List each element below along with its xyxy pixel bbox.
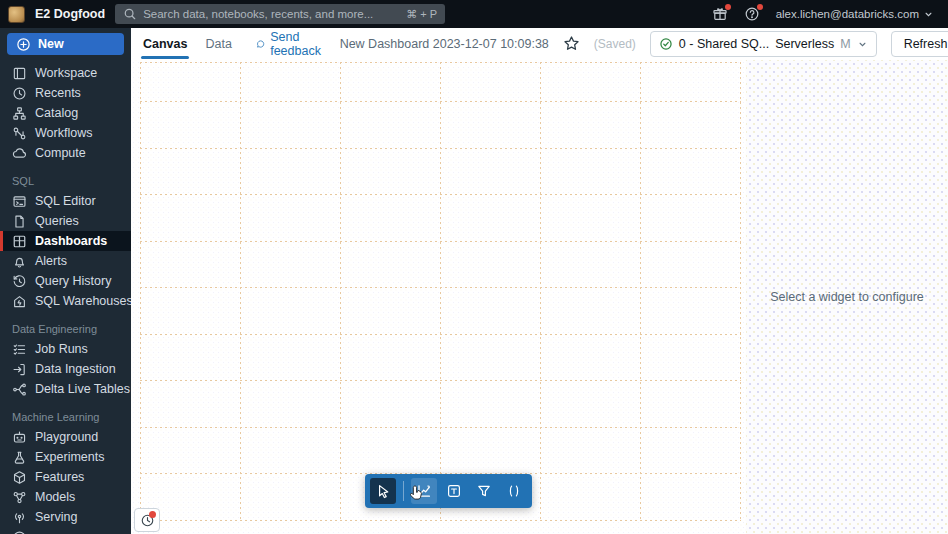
toolbar-divider: [403, 481, 404, 501]
new-button-label: New: [38, 37, 64, 51]
sidebar-item-partial[interactable]: [0, 527, 131, 534]
sidebar-item-features[interactable]: Features: [0, 467, 131, 487]
version-history-button[interactable]: [134, 508, 160, 532]
search-icon: [123, 7, 137, 21]
sidebar-item-queries[interactable]: Queries: [0, 211, 131, 231]
partial-item-icon: [12, 530, 27, 534]
user-email: alex.lichen@databricks.com: [776, 8, 919, 20]
warehouse-mode-badge: Serverless: [775, 37, 834, 51]
catalog-icon: [12, 106, 27, 121]
add-filter-tool-button[interactable]: [471, 478, 497, 504]
queries-icon: [12, 214, 27, 229]
filter-funnel-icon: [476, 483, 492, 499]
features-icon: [12, 470, 27, 485]
chevron-down-icon: [857, 39, 868, 50]
sidebar-item-data-ingestion[interactable]: Data Ingestion: [0, 359, 131, 379]
sidebar-item-job-runs[interactable]: Job Runs: [0, 339, 131, 359]
sql-warehouses-icon: [12, 294, 27, 309]
sidebar-item-query-history[interactable]: Query History: [0, 271, 131, 291]
tab-canvas[interactable]: Canvas: [141, 28, 189, 60]
sidebar-item-serving[interactable]: Serving: [0, 507, 131, 527]
warehouse-name: 0 - Shared SQ...: [679, 37, 769, 51]
save-status: (Saved): [594, 37, 636, 51]
line-chart-icon: [416, 483, 432, 499]
workflows-icon: [12, 126, 27, 141]
text-box-icon: [446, 483, 462, 499]
workspace-logo[interactable]: [8, 6, 25, 23]
sidebar-item-sql-warehouses[interactable]: SQL Warehouses: [0, 291, 131, 311]
main-area: Canvas Data Send feedback New Dashboard …: [131, 28, 948, 534]
parentheses-code-icon: [506, 483, 522, 499]
sql-editor-icon: [12, 194, 27, 209]
sidebar-item-catalog[interactable]: Catalog: [0, 103, 131, 123]
databricks-app-window: E2 Dogfood ⌘ + P alex.lichen@databricks.…: [0, 0, 948, 534]
data-ingestion-icon: [12, 362, 27, 377]
help-button[interactable]: [744, 6, 760, 22]
query-history-icon: [12, 274, 27, 289]
cloud-icon: [12, 146, 27, 161]
cursor-arrow-icon: [375, 483, 391, 499]
widget-inspector-panel: Select a widget to configure: [746, 60, 948, 534]
plus-circle-icon: [16, 37, 31, 52]
delta-live-tables-icon: [12, 382, 27, 397]
sidebar-item-playground[interactable]: Playground: [0, 427, 131, 447]
new-button[interactable]: New: [7, 33, 124, 55]
content-area: Select a widget to configure: [131, 60, 948, 534]
dashboard-title[interactable]: New Dashboard 2023-12-07 10:09:38: [340, 37, 549, 51]
playground-icon: [12, 430, 27, 445]
send-feedback-link[interactable]: Send feedback: [256, 30, 326, 58]
notification-dot: [725, 4, 731, 10]
job-runs-icon: [12, 342, 27, 357]
warehouse-selector[interactable]: 0 - Shared SQ... Serverless M: [650, 31, 877, 57]
workspace-name[interactable]: E2 Dogfood: [35, 7, 105, 21]
account-menu[interactable]: alex.lichen@databricks.com: [776, 8, 934, 20]
serving-icon: [12, 510, 27, 525]
sidebar-item-compute[interactable]: Compute: [0, 143, 131, 163]
dashboard-toolbar: Canvas Data Send feedback New Dashboard …: [131, 28, 948, 60]
models-icon: [12, 490, 27, 505]
sidebar-item-alerts[interactable]: Alerts: [0, 251, 131, 271]
inspector-empty-message: Select a widget to configure: [770, 290, 924, 304]
search-shortcut-hint: ⌘ + P: [406, 8, 437, 21]
sidebar-section-machine-learning: Machine Learning: [12, 409, 131, 425]
sidebar-item-sql-editor[interactable]: SQL Editor: [0, 191, 131, 211]
star-icon: [563, 35, 580, 52]
sidebar-section-sql: SQL: [12, 173, 131, 189]
sidebar-item-workspace[interactable]: Workspace: [0, 63, 131, 83]
notification-dot: [757, 4, 763, 10]
top-navigation-bar: E2 Dogfood ⌘ + P alex.lichen@databricks.…: [0, 0, 948, 28]
bell-icon: [12, 254, 27, 269]
sidebar-section-data-engineering: Data Engineering: [12, 321, 131, 337]
tab-data[interactable]: Data: [203, 28, 233, 60]
add-chart-tool-button[interactable]: [411, 478, 437, 504]
add-text-tool-button[interactable]: [441, 478, 467, 504]
sidebar-item-recents[interactable]: Recents: [0, 83, 131, 103]
select-tool-button[interactable]: [370, 478, 396, 504]
workspace-icon: [12, 66, 27, 81]
warehouse-size: M: [840, 37, 850, 51]
check-circle-icon: [659, 37, 673, 51]
whats-new-gift-button[interactable]: [712, 6, 728, 22]
favorite-button[interactable]: [563, 35, 580, 53]
canvas-grid: [131, 60, 746, 534]
dashboard-canvas[interactable]: [131, 60, 746, 534]
refresh-button[interactable]: Refresh: [891, 31, 948, 57]
sidebar-item-dashboards[interactable]: Dashboards: [0, 231, 131, 251]
search-input[interactable]: [143, 8, 400, 20]
chevron-down-icon: [923, 9, 934, 20]
sidebar-item-models[interactable]: Models: [0, 487, 131, 507]
widget-toolbar: [365, 474, 532, 508]
global-search-bar[interactable]: ⌘ + P: [115, 4, 445, 24]
sidebar-navigation: New Workspace Recents Catalog Workflows …: [0, 28, 131, 534]
experiments-icon: [12, 450, 27, 465]
speech-bubble-icon: [256, 37, 265, 51]
sidebar-item-delta-live-tables[interactable]: Delta Live Tables: [0, 379, 131, 399]
dashboards-icon: [12, 234, 27, 249]
add-code-tool-button[interactable]: [501, 478, 527, 504]
sidebar-item-experiments[interactable]: Experiments: [0, 447, 131, 467]
sidebar-item-workflows[interactable]: Workflows: [0, 123, 131, 143]
clock-icon: [12, 86, 27, 101]
notification-dot: [149, 511, 156, 518]
